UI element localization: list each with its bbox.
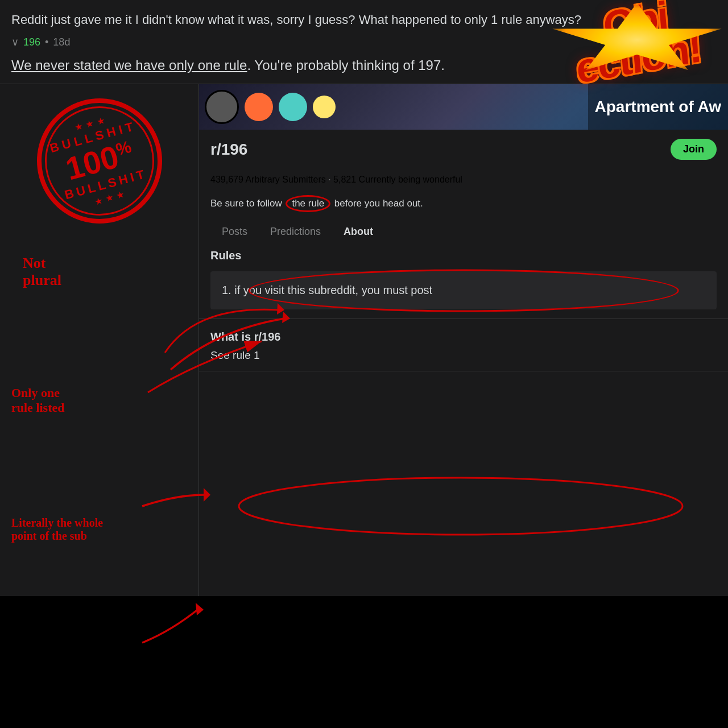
subreddit-name: r/196 <box>210 140 247 159</box>
stamp-middle-text: 100% <box>62 136 136 185</box>
dot-separator: • <box>45 36 48 48</box>
stamp-top-text: BULLSHIT <box>48 119 138 156</box>
subreddit-panel: Apartment of Aw r/196 Join 439,679 Arbit… <box>199 84 728 238</box>
tab-posts[interactable]: Posts <box>210 218 259 238</box>
member-count: 439,679 Arbitrary Submitters <box>210 175 326 184</box>
bullshit-stamp: ★ ★ ★ BULLSHIT 100% BULLSHIT ★ ★ ★ <box>37 98 162 224</box>
banner-text: Apartment of Aw <box>588 84 728 130</box>
tabs-row: Posts Predictions About <box>199 218 728 238</box>
annotation-literally: Literally the wholepoint of the sub <box>11 516 103 543</box>
subreddit-stats: 439,679 Arbitrary Submitters · 5,821 Cur… <box>199 169 728 191</box>
tab-about[interactable]: About <box>332 218 384 238</box>
annotation-left: Notplural Only onerule listed Literally … <box>0 238 199 596</box>
annotation-not-plural: Notplural <box>23 255 61 289</box>
join-button[interactable]: Join <box>671 139 717 160</box>
banner-blob-3 <box>313 96 336 118</box>
what-section: What is r/196 See rule 1 <box>199 319 728 371</box>
bottom-section: Notplural Only onerule listed Literally … <box>0 238 728 596</box>
stamp-outer-ring: ★ ★ ★ BULLSHIT 100% BULLSHIT ★ ★ ★ <box>23 84 176 237</box>
vote-arrow-icon: ∨ <box>11 36 19 48</box>
what-header: What is r/196 <box>210 330 717 344</box>
bottom-stars: ★ ★ ★ <box>93 189 125 207</box>
stamp-area: ★ ★ ★ BULLSHIT 100% BULLSHIT ★ ★ ★ <box>0 84 199 238</box>
stamp-bottom-text: BULLSHIT <box>63 167 148 203</box>
middle-section: ★ ★ ★ BULLSHIT 100% BULLSHIT ★ ★ ★ <box>0 84 728 238</box>
comment-age: 18d <box>53 36 70 48</box>
subreddit-banner: Apartment of Aw <box>199 84 728 130</box>
circled-the-rule: the rule <box>286 195 330 212</box>
comment-section: Reddit just gave me it I didn't know wha… <box>0 0 728 84</box>
underlined-reply: We never stated we have only one rule <box>11 57 247 73</box>
svg-marker-2 <box>196 603 204 615</box>
banner-blob-1 <box>245 93 273 121</box>
rules-section: Rules 1. if you visit this subreddit, yo… <box>199 238 728 319</box>
online-count: 5,821 Currently being wonderful <box>333 175 462 184</box>
subreddit-description: Be sure to follow the rule before you he… <box>199 191 728 218</box>
content-right: Rules 1. if you visit this subreddit, yo… <box>199 238 728 596</box>
objection-badge: Objection! <box>546 0 728 80</box>
rule-1-text: 1. if you visit this subreddit, you must… <box>222 284 705 297</box>
rules-header: Rules <box>210 249 717 262</box>
rule-1-item: 1. if you visit this subreddit, you must… <box>210 271 717 309</box>
subreddit-info: r/196 Join <box>199 130 728 169</box>
annotation-only-one: Only onerule listed <box>11 386 65 415</box>
subreddit-avatar <box>205 90 239 124</box>
vote-count: 196 <box>23 36 40 48</box>
what-text: See rule 1 <box>210 349 717 362</box>
tab-predictions[interactable]: Predictions <box>259 218 332 238</box>
banner-blob-2 <box>279 93 307 121</box>
top-stars: ★ ★ ★ <box>73 115 105 133</box>
